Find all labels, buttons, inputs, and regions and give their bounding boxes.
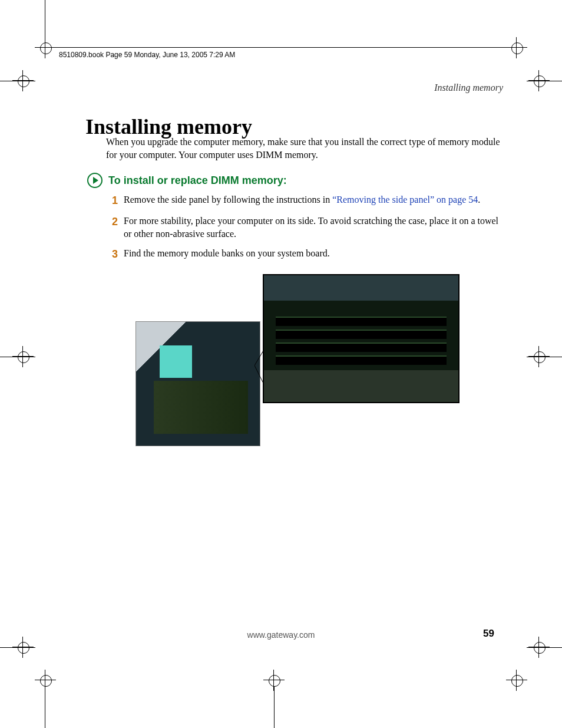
figure-composite: [135, 274, 459, 457]
crop-line: [0, 81, 35, 81]
page-number: 59: [483, 628, 494, 640]
crop-dot-icon: [533, 669, 546, 682]
source-line: 8510809.book Page 59 Monday, June 13, 20…: [59, 51, 235, 59]
registration-mark-icon: [509, 673, 524, 688]
step-text: Remove the side panel by following the i…: [124, 193, 480, 207]
footer-url: www.gateway.com: [0, 630, 562, 640]
registration-mark-icon: [38, 673, 53, 688]
play-triangle-icon: [87, 173, 103, 188]
step-text-pre: Remove the side panel by following the i…: [124, 195, 332, 205]
crop-line: [527, 357, 562, 357]
step-number: 2: [112, 215, 118, 240]
procedure-heading: To install or replace DIMM memory:: [108, 174, 287, 187]
running-head: Installing memory: [434, 83, 503, 93]
cross-reference-link[interactable]: “Removing the side panel” on page 54: [332, 195, 478, 205]
step-text: Find the memory module banks on your sys…: [124, 247, 330, 261]
crop-dot-icon: [533, 46, 546, 59]
crop-dot-icon: [16, 669, 29, 682]
registration-mark-icon: [266, 673, 282, 688]
crop-line: [0, 357, 35, 357]
crop-line: [0, 647, 35, 648]
crop-line: [274, 687, 275, 728]
intro-paragraph: When you upgrade the computer memory, ma…: [106, 136, 503, 161]
step-3: 3 Find the memory module banks on your s…: [112, 247, 503, 261]
crop-line: [527, 647, 562, 648]
step-text-post: .: [478, 195, 480, 205]
step-1: 1 Remove the side panel by following the…: [112, 193, 503, 207]
crop-line: [45, 0, 45, 47]
crop-dot-icon: [16, 46, 29, 59]
step-text: For more stability, place your computer …: [124, 215, 503, 240]
registration-mark-icon: [509, 40, 524, 55]
header-rule: [50, 47, 527, 48]
step-number: 1: [112, 193, 118, 207]
figure-memory-slots-closeup: [263, 274, 459, 403]
figure-computer-interior: [135, 321, 260, 446]
registration-mark-icon: [38, 40, 53, 55]
steps-list: 1 Remove the side panel by following the…: [112, 193, 503, 269]
crop-line: [45, 675, 45, 728]
step-number: 3: [112, 247, 118, 261]
step-2: 2 For more stability, place your compute…: [112, 215, 503, 240]
crop-line: [527, 81, 562, 81]
